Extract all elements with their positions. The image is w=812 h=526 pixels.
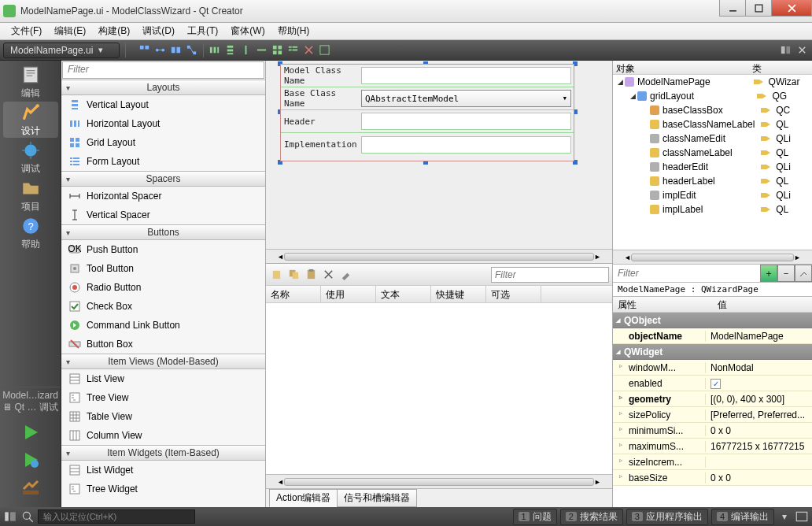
- output-config-icon[interactable]: ▾: [777, 509, 792, 524]
- object-inspector-tree[interactable]: ◢ModelNamePageQWizar◢gridLayoutQGbaseCla…: [613, 75, 812, 250]
- widget-item[interactable]: Form Layout: [61, 152, 265, 171]
- object-tree-row[interactable]: headerEditQLi: [613, 160, 812, 174]
- widgetbox-filter[interactable]: Filter: [62, 61, 264, 79]
- tree-expander-icon[interactable]: ◢: [629, 92, 637, 100]
- edit-widgets-icon[interactable]: [138, 43, 152, 57]
- prop-header-name[interactable]: 属性: [613, 297, 713, 312]
- object-tree-row[interactable]: baseClassBoxQC: [613, 103, 812, 117]
- widget-item[interactable]: Horizontal Layout: [61, 114, 265, 133]
- new-action-icon[interactable]: [269, 268, 283, 282]
- run-debug-button[interactable]: [21, 450, 40, 472]
- object-tree-row[interactable]: implEditQLi: [613, 188, 812, 202]
- property-filter-input[interactable]: [613, 265, 760, 282]
- kit-selector[interactable]: Model…izard 🖥 Qt … 调试: [0, 387, 61, 417]
- widget-item[interactable]: OKPush Button: [61, 240, 265, 259]
- object-tree-row[interactable]: headerLabelQL: [613, 174, 812, 188]
- property-value[interactable]: ✓: [706, 378, 812, 389]
- widget-item[interactable]: Check Box: [61, 297, 265, 316]
- output-pane-button[interactable]: 2搜索结果: [560, 509, 623, 525]
- output-pane-button[interactable]: 1问题: [513, 509, 557, 525]
- action-col-header[interactable]: 使用: [321, 286, 376, 302]
- property-row[interactable]: minimumSi...0 x 0: [613, 423, 812, 439]
- property-row[interactable]: sizeIncrem...: [613, 454, 812, 470]
- widget-group[interactable]: Item Views (Model-Based): [61, 354, 265, 369]
- layout-v-icon[interactable]: [223, 43, 238, 57]
- property-editor[interactable]: QObjectobjectNameModelNamePageQWidgetwin…: [613, 313, 812, 507]
- property-value[interactable]: NonModal: [706, 362, 812, 373]
- widget-item[interactable]: Button Box: [61, 335, 265, 354]
- widget-item[interactable]: Grid Layout: [61, 133, 265, 152]
- widget-item[interactable]: List View: [61, 369, 265, 388]
- menu-file[interactable]: 文件(F): [5, 22, 48, 40]
- configure-action-icon[interactable]: [338, 268, 352, 282]
- edit-signals-icon[interactable]: [153, 43, 168, 57]
- action-col-header[interactable]: 可选: [486, 286, 541, 302]
- split-side-icon[interactable]: [778, 43, 792, 57]
- window-maximize-button[interactable]: [745, 0, 772, 17]
- form-preview[interactable]: Model Class NameBase Class NameQAbstract…: [280, 64, 574, 161]
- menu-debug[interactable]: 调试(D): [136, 22, 181, 40]
- build-button[interactable]: [21, 478, 40, 499]
- action-hscroll[interactable]: ◄►: [266, 474, 612, 488]
- mode-design[interactable]: 设计: [3, 102, 58, 138]
- object-tree-row[interactable]: ◢ModelNamePageQWizar: [613, 75, 812, 89]
- widget-group[interactable]: Layouts: [61, 80, 265, 95]
- property-row[interactable]: baseSize0 x 0: [613, 470, 812, 486]
- widget-item[interactable]: Tree Widget: [61, 480, 265, 498]
- widget-item[interactable]: Vertical Spacer: [61, 206, 265, 224]
- object-tree-row[interactable]: classNameLabelQL: [613, 146, 812, 160]
- form-lineedit[interactable]: [361, 67, 571, 84]
- property-value[interactable]: 0 x 0: [706, 425, 812, 436]
- widget-item[interactable]: Tree View: [61, 388, 265, 407]
- object-tree-row[interactable]: baseClassNameLabelQL: [613, 117, 812, 132]
- layout-form-icon[interactable]: [286, 43, 301, 57]
- object-tree-row[interactable]: ◢gridLayoutQG: [613, 89, 812, 103]
- menu-edit[interactable]: 编辑(E): [48, 22, 92, 40]
- layout-h-icon[interactable]: [208, 43, 222, 57]
- property-value[interactable]: ModelNamePage: [706, 331, 812, 342]
- close-output-icon[interactable]: [795, 509, 809, 524]
- add-dynamic-property-button[interactable]: ＋: [760, 265, 777, 282]
- mode-edit[interactable]: 编辑: [3, 64, 58, 100]
- widget-item[interactable]: List Widget: [61, 461, 265, 480]
- oi-header-class[interactable]: 类: [749, 61, 812, 74]
- oi-header-object[interactable]: 对象: [613, 61, 749, 74]
- mode-help[interactable]: ? 帮助: [3, 215, 58, 251]
- property-config-button[interactable]: [795, 265, 812, 282]
- close-panel-icon[interactable]: [795, 43, 809, 57]
- widget-group[interactable]: Buttons: [61, 224, 265, 240]
- run-button[interactable]: [21, 423, 40, 444]
- widget-item[interactable]: Column View: [61, 426, 265, 445]
- form-combobox[interactable]: QAbstractItemModel: [361, 90, 571, 107]
- menu-build[interactable]: 构建(B): [92, 22, 136, 40]
- window-close-button[interactable]: [771, 0, 812, 17]
- mode-projects[interactable]: 项目: [3, 177, 58, 213]
- tree-expander-icon[interactable]: ◢: [616, 78, 624, 86]
- property-value[interactable]: 16777215 x 16777215: [706, 441, 812, 452]
- widget-item[interactable]: Table View: [61, 407, 265, 426]
- delete-action-icon[interactable]: [321, 268, 335, 282]
- property-row[interactable]: windowM...NonModal: [613, 360, 812, 376]
- action-col-header[interactable]: 文本: [376, 286, 431, 302]
- object-tree-row[interactable]: classNameEditQLi: [613, 132, 812, 146]
- copy-action-icon[interactable]: [286, 268, 301, 282]
- widget-item[interactable]: Horizontal Spacer: [61, 187, 265, 206]
- property-value[interactable]: [(0, 0), 400 x 300]: [706, 394, 812, 405]
- widget-item[interactable]: Radio Button: [61, 278, 265, 297]
- tab-signal-slot-editor[interactable]: 信号和槽编辑器: [337, 489, 417, 507]
- form-lineedit[interactable]: [361, 113, 571, 130]
- property-value[interactable]: [Preferred, Preferred...: [706, 409, 812, 420]
- layout-grid-icon[interactable]: [271, 43, 285, 57]
- property-row[interactable]: objectNameModelNamePage: [613, 328, 812, 344]
- tab-action-editor[interactable]: Action编辑器: [269, 489, 338, 507]
- break-layout-icon[interactable]: [302, 43, 316, 57]
- locator-input[interactable]: 输入以定位(Ctrl+K): [38, 509, 195, 524]
- remove-dynamic-property-button[interactable]: －: [777, 265, 795, 282]
- layout-split-v-icon[interactable]: [255, 43, 269, 57]
- form-lineedit[interactable]: [361, 136, 571, 154]
- menu-help[interactable]: 帮助(H): [271, 22, 316, 40]
- locator-icon[interactable]: [20, 509, 35, 524]
- window-minimize-button[interactable]: [719, 0, 746, 17]
- property-group[interactable]: QWidget: [613, 344, 812, 360]
- edit-taborder-icon[interactable]: [185, 43, 199, 57]
